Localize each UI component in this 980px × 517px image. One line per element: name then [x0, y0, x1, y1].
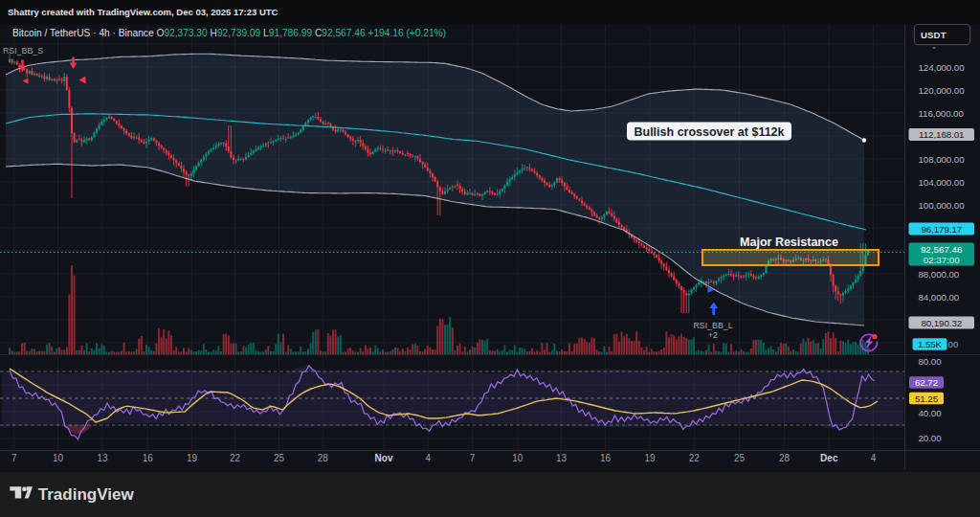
svg-text:10: 10	[53, 453, 64, 463]
svg-text:25: 25	[734, 453, 746, 463]
svg-text:4: 4	[871, 453, 877, 463]
svg-text:Nov: Nov	[375, 453, 393, 463]
svg-text:92,567.46: 92,567.46	[921, 244, 963, 255]
svg-text:TradingView: TradingView	[38, 485, 135, 504]
svg-text:104,000.00: 104,000.00	[919, 177, 966, 188]
svg-text:51.25: 51.25	[915, 393, 939, 404]
svg-text:1.55K: 1.55K	[918, 339, 943, 349]
svg-text:22: 22	[689, 453, 701, 463]
svg-text:Shattry created with TradingVi: Shattry created with TradingView.com, De…	[8, 7, 278, 17]
svg-text:Bitcoin / TetherUS · 4h · Bina: Bitcoin / TetherUS · 4h · Binance O92,37…	[12, 28, 446, 38]
svg-text:20.00: 20.00	[919, 433, 943, 443]
svg-text:RSI_BB_L: RSI_BB_L	[693, 321, 732, 330]
svg-text:19: 19	[644, 453, 656, 463]
svg-text:16: 16	[143, 453, 154, 463]
svg-text:100,000.00: 100,000.00	[919, 200, 966, 211]
svg-text:28: 28	[779, 453, 791, 463]
svg-text:USDT: USDT	[921, 30, 947, 40]
svg-text:13: 13	[556, 453, 568, 463]
svg-text:124,000.00: 124,000.00	[919, 62, 966, 73]
svg-text:28: 28	[318, 453, 329, 463]
svg-text:62.72: 62.72	[915, 377, 938, 388]
svg-text:96,179.17: 96,179.17	[921, 224, 962, 235]
svg-text:7: 7	[11, 453, 17, 463]
svg-text:10: 10	[512, 453, 523, 463]
svg-text:13: 13	[97, 453, 108, 463]
svg-text:02:37:00: 02:37:00	[924, 255, 961, 265]
svg-text:84,000.00: 84,000.00	[919, 292, 960, 303]
svg-text:+2: +2	[708, 330, 718, 340]
svg-text:Major Resistance: Major Resistance	[740, 236, 838, 249]
svg-text:112,168.01: 112,168.01	[919, 129, 964, 140]
svg-text:7: 7	[470, 453, 476, 463]
svg-text:RSI_BB_S: RSI_BB_S	[3, 46, 43, 56]
svg-text:120,000.00: 120,000.00	[919, 85, 966, 96]
svg-text:Dec: Dec	[820, 453, 838, 463]
svg-text:Bullish crossover at $112k: Bullish crossover at $112k	[634, 125, 784, 139]
svg-text:4: 4	[426, 453, 432, 463]
svg-text:108,000.00: 108,000.00	[919, 154, 966, 165]
svg-text:16: 16	[600, 453, 612, 463]
svg-text:80.00: 80.00	[919, 356, 943, 367]
svg-text:88,000.00: 88,000.00	[919, 269, 960, 280]
svg-text:80,190.32: 80,190.32	[921, 318, 962, 328]
svg-text:25: 25	[274, 453, 285, 463]
svg-text:116,000.00: 116,000.00	[919, 108, 965, 119]
svg-text:19: 19	[187, 453, 198, 463]
svg-text:00: 00	[948, 339, 959, 349]
svg-text:40.00: 40.00	[919, 408, 943, 418]
svg-text:22: 22	[230, 453, 241, 463]
